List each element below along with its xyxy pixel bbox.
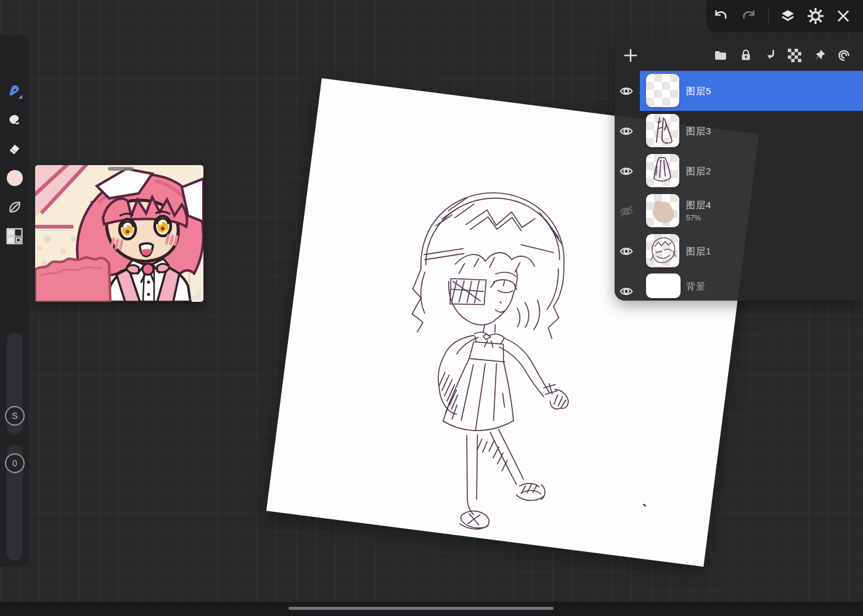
resize-handle-icon[interactable] <box>190 288 201 299</box>
layer-visibility-eye-icon[interactable] <box>619 244 634 259</box>
layers-panel: 图层5 图层3 <box>615 40 863 301</box>
close-icon[interactable] <box>835 8 851 24</box>
drag-handle-icon[interactable] <box>108 167 134 171</box>
layer-thumbnail[interactable] <box>646 114 679 147</box>
layer-row[interactable]: 背景 <box>615 271 863 301</box>
reference-image-panel[interactable] <box>35 165 203 302</box>
folder-icon[interactable] <box>713 48 728 63</box>
eraser-tool-icon[interactable] <box>6 140 23 157</box>
topbar-divider <box>768 7 769 25</box>
layer-name: 图层1 <box>686 246 711 257</box>
add-layer-icon[interactable] <box>623 47 639 63</box>
layer-thumbnail[interactable] <box>646 74 679 107</box>
settings-gear-icon[interactable] <box>808 8 824 24</box>
bottom-bar <box>0 602 863 616</box>
layer-hidden-eye-icon[interactable] <box>619 204 634 219</box>
top-action-bar <box>706 0 863 32</box>
leaf-tool-icon[interactable] <box>6 199 23 216</box>
layer-row[interactable]: 图层4 57% <box>615 191 863 231</box>
reference-image <box>35 165 203 302</box>
layers-panel-header <box>615 40 863 71</box>
lock-icon[interactable] <box>738 48 753 63</box>
layer-name: 图层2 <box>686 166 711 177</box>
layer-thumbnail[interactable] <box>646 154 679 187</box>
layer-visibility-eye-icon[interactable] <box>619 164 634 179</box>
layer-visibility-eye-icon[interactable] <box>619 284 634 299</box>
merge-down-icon[interactable] <box>763 48 778 63</box>
layer-row[interactable]: 图层1 <box>615 231 863 271</box>
current-color-swatch[interactable] <box>7 170 23 186</box>
layers-icon[interactable] <box>780 8 796 24</box>
layer-row[interactable]: 图层5 <box>615 71 863 111</box>
layer-thumbnail[interactable] <box>646 274 681 298</box>
spiral-icon[interactable] <box>836 48 851 63</box>
layer-visibility-eye-icon[interactable] <box>619 84 634 99</box>
layer-row[interactable]: 图层3 <box>615 111 863 151</box>
brush-tool-icon[interactable] <box>6 83 23 99</box>
layer-name: 背景 <box>686 281 706 293</box>
horizontal-scrollbar[interactable] <box>288 607 554 610</box>
pin-icon[interactable] <box>812 48 827 63</box>
pattern-grid-tool-icon[interactable] <box>6 228 23 245</box>
layer-thumbnail[interactable] <box>646 194 679 227</box>
layer-visibility-eye-icon[interactable] <box>619 124 634 139</box>
transparency-checker-icon[interactable] <box>787 48 802 63</box>
layer-name: 图层3 <box>686 126 711 137</box>
tool-sidebar: S 0 <box>0 35 29 567</box>
layer-opacity-value: 57% <box>686 214 701 222</box>
layer-thumbnail[interactable] <box>646 234 679 267</box>
redo-icon[interactable] <box>742 8 758 24</box>
opacity-slider-knob[interactable]: 0 <box>5 453 25 473</box>
layer-row[interactable]: 图层2 <box>615 151 863 191</box>
undo-icon[interactable] <box>712 8 728 24</box>
smudge-tool-icon[interactable] <box>6 111 23 128</box>
size-slider-knob[interactable]: S <box>5 406 25 426</box>
layer-name: 图层5 <box>686 86 711 97</box>
layer-name: 图层4 <box>686 200 711 211</box>
